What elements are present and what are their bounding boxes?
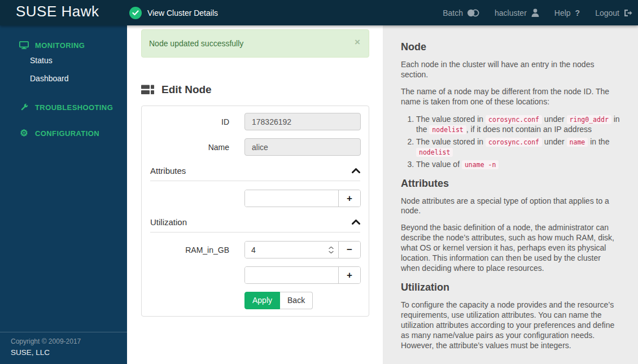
- remove-utilization-button[interactable]: −: [338, 242, 360, 258]
- help-paragraph: To configure the capacity a node provide…: [401, 300, 620, 351]
- id-label: ID: [142, 117, 244, 126]
- username-label: hacluster: [495, 8, 527, 17]
- new-attribute-input[interactable]: [245, 190, 338, 207]
- sidebar-item-status[interactable]: Status: [0, 55, 127, 66]
- utilization-value-group: −: [244, 241, 361, 258]
- logout-label: Logout: [595, 8, 619, 17]
- sidebar-item-label: Status: [30, 56, 53, 65]
- page-title-text: Edit Node: [161, 84, 212, 96]
- back-button[interactable]: Back: [280, 292, 313, 309]
- chevron-up-icon[interactable]: [352, 168, 360, 173]
- batch-toggle-icon: [467, 9, 479, 17]
- wrench-icon: [19, 103, 29, 112]
- node-server-icon: [141, 84, 154, 95]
- logout-icon: [624, 9, 632, 17]
- list-item: The value stored in corosync.conf under …: [416, 114, 620, 134]
- cluster-status-check-icon: [129, 7, 142, 19]
- help-heading-utilization: Utilization: [401, 282, 620, 293]
- utilization-value-input[interactable]: [245, 242, 338, 258]
- sidebar-footer: Copyright © 2009-2017 SUSE, LLC: [0, 332, 127, 364]
- gear-icon: ⚙: [19, 129, 29, 138]
- new-attribute-group: +: [244, 190, 361, 207]
- utilization-attr-label: RAM_in_GB: [142, 245, 244, 255]
- add-attribute-button[interactable]: +: [338, 190, 360, 207]
- help-paragraph: Each node in the cluster will have an en…: [401, 60, 620, 80]
- topbar-menu: Batch hacluster Help ? Logout: [443, 0, 632, 25]
- new-utilization-group: +: [244, 266, 361, 284]
- sidebar-item-label: MONITORING: [35, 41, 85, 50]
- help-paragraph: Node attributes are a special type of op…: [401, 196, 620, 217]
- chevron-up-icon[interactable]: [352, 220, 360, 225]
- sidebar-item-monitoring[interactable]: MONITORING: [0, 39, 127, 51]
- user-menu[interactable]: hacluster: [495, 8, 539, 17]
- id-field: [244, 113, 361, 130]
- company-name: SUSE, LLC: [11, 348, 121, 357]
- view-cluster-details-label: View Cluster Details: [147, 8, 218, 17]
- help-link[interactable]: Help ?: [554, 8, 580, 17]
- new-utilization-input[interactable]: [245, 267, 338, 283]
- name-row: Name: [142, 138, 369, 156]
- help-heading-node: Node: [401, 41, 620, 53]
- user-icon: [531, 8, 539, 17]
- sidebar-item-troubleshooting[interactable]: TROUBLESHOOTING: [0, 101, 127, 113]
- help-paragraph: The name of a node may be different from…: [401, 87, 620, 107]
- page-title: Edit Node: [141, 84, 369, 96]
- name-label: Name: [142, 143, 244, 152]
- batch-button[interactable]: Batch: [443, 8, 479, 17]
- utilization-row: RAM_in_GB −: [142, 241, 369, 258]
- help-panel: Node Each node in the cluster will have …: [383, 25, 638, 364]
- sidebar-item-configuration[interactable]: ⚙ CONFIGURATION: [0, 127, 127, 139]
- sidebar-item-label: Dashboard: [30, 74, 69, 83]
- attributes-section-toggle[interactable]: Attributes: [150, 166, 360, 181]
- sidebar-item-label: CONFIGURATION: [35, 129, 99, 138]
- spinner-down-icon[interactable]: [329, 251, 334, 253]
- sidebar-item-label: TROUBLESHOOTING: [35, 103, 113, 112]
- edit-node-form: ID Name Attributes + Utilization: [141, 106, 369, 317]
- number-spinner[interactable]: [329, 246, 334, 253]
- name-field: [244, 138, 361, 156]
- utilization-section-toggle[interactable]: Utilization: [150, 217, 360, 233]
- form-actions: Apply Back: [244, 292, 369, 309]
- close-icon[interactable]: ×: [355, 37, 360, 47]
- logout-link[interactable]: Logout: [595, 8, 632, 17]
- sidebar-item-dashboard[interactable]: Dashboard: [0, 73, 127, 84]
- help-heading-attributes: Attributes: [401, 178, 620, 190]
- view-cluster-details-link[interactable]: View Cluster Details: [129, 0, 218, 25]
- alert-message: Node updated successfully: [149, 39, 243, 48]
- topbar: SUSE Hawk View Cluster Details Batch hac…: [0, 0, 638, 25]
- success-alert: Node updated successfully ×: [141, 29, 369, 58]
- attributes-section-label: Attributes: [150, 166, 186, 176]
- apply-button[interactable]: Apply: [244, 292, 280, 309]
- help-name-sources-list: The value stored in corosync.conf under …: [416, 114, 620, 170]
- list-item: The value stored in corosync.conf under …: [416, 137, 620, 157]
- add-utilization-button[interactable]: +: [338, 267, 360, 283]
- help-label: Help: [554, 8, 571, 17]
- help-icon: ?: [575, 8, 580, 17]
- id-row: ID: [142, 113, 369, 130]
- sidebar: MONITORING Status Dashboard TROUBLESHOOT…: [0, 25, 127, 364]
- help-box-node: Node Each node in the cluster will have …: [383, 25, 638, 364]
- utilization-section-label: Utilization: [150, 217, 187, 227]
- copyright-text: Copyright © 2009-2017: [11, 337, 121, 345]
- list-item: The value of uname -n: [416, 159, 620, 169]
- app-logo: SUSE Hawk: [16, 3, 99, 20]
- help-paragraph: Beyond the basic definition of a node, t…: [401, 223, 620, 274]
- sidebar-nav: MONITORING Status Dashboard TROUBLESHOOT…: [0, 25, 127, 139]
- main-content: Node updated successfully × Edit Node ID…: [127, 25, 383, 364]
- batch-label: Batch: [443, 8, 463, 17]
- monitor-icon: [19, 41, 29, 49]
- spinner-up-icon[interactable]: [329, 246, 334, 249]
